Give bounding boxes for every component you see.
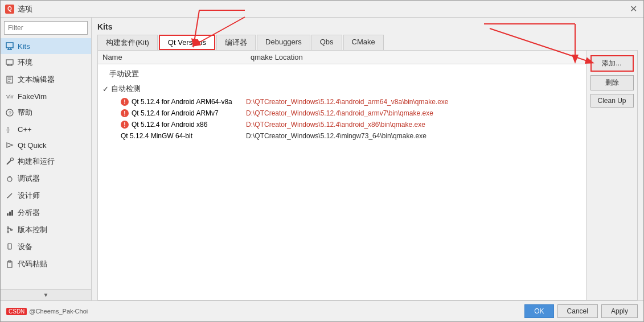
svg-text:?: ? xyxy=(9,110,11,116)
svg-rect-0 xyxy=(6,43,13,48)
sidebar-item-qt-quick[interactable]: Qt Quick xyxy=(1,137,91,153)
apply-button[interactable]: Apply xyxy=(601,304,638,318)
main-panel: Kits 构建套件(Kit) Qt Versions 编译器 Debuggers xyxy=(92,18,643,300)
title-bar-left: Q 选项 xyxy=(5,4,32,14)
close-button[interactable]: ✕ xyxy=(627,3,639,15)
svg-rect-25 xyxy=(9,212,11,216)
sidebar-item-fakevim-label: FakeVim xyxy=(18,92,47,101)
col-name-header: Name xyxy=(102,53,251,61)
sidebar-item-text-editor[interactable]: 文本编辑器 xyxy=(1,71,91,88)
pen-icon xyxy=(5,191,14,200)
branch-icon xyxy=(5,225,14,234)
svg-text:Vim: Vim xyxy=(6,94,14,100)
col-qmake-header: qmake Location xyxy=(251,53,581,61)
sidebar-item-vcs[interactable]: 版本控制 xyxy=(1,221,91,238)
row-name-2: ! Qt 5.12.4 for Android x86 xyxy=(121,121,246,129)
remove-button[interactable]: 删除 xyxy=(590,75,634,90)
auto-detect-section: ✓ 自动检测 xyxy=(98,81,586,96)
sidebar-scroll-down[interactable]: ▼ xyxy=(1,289,91,300)
error-icon-2: ! xyxy=(121,121,129,129)
svg-rect-4 xyxy=(6,60,13,64)
table-row[interactable]: ! Qt 5.12.4 for Android ARMv7 D:\QTCreat… xyxy=(98,108,586,119)
chart-icon xyxy=(5,208,14,217)
sidebar-item-code-snippet-label: 代码粘贴 xyxy=(18,259,47,269)
table-row[interactable]: ! Qt 5.12.4 for Android x86 D:\QTCreator… xyxy=(98,119,586,130)
row-path-2: D:\QTCreator_Windows\5.12.4\android_x86\… xyxy=(246,121,581,129)
tab-compilers[interactable]: 编译器 xyxy=(216,35,256,50)
question-icon: ? xyxy=(5,108,14,117)
row-path-0: D:\QTCreator_Windows\5.12.4\android_arm6… xyxy=(246,98,581,106)
sidebar-item-fakevim[interactable]: Vim FakeVim xyxy=(1,88,91,104)
right-action-panel: 添加... 删除 Clean Up xyxy=(586,51,637,300)
paste-icon xyxy=(5,259,14,269)
tab-kit[interactable]: 构建套件(Kit) xyxy=(97,35,158,50)
svg-marker-16 xyxy=(7,143,13,147)
tab-qbs[interactable]: Qbs xyxy=(311,35,342,50)
vim-icon: Vim xyxy=(5,92,14,101)
sidebar-item-debugger[interactable]: 调试器 xyxy=(1,170,91,187)
sidebar-item-env[interactable]: 环境 xyxy=(1,54,91,71)
bottom-right: OK Cancel Apply xyxy=(524,304,638,318)
svg-rect-24 xyxy=(7,213,9,216)
csdn-badge: CSDN xyxy=(6,308,27,315)
sidebar-item-help[interactable]: ? 帮助 xyxy=(1,104,91,121)
window-title: 选项 xyxy=(18,4,32,14)
panel-title: Kits xyxy=(97,22,638,31)
sidebar-item-devices[interactable]: 设备 xyxy=(1,238,91,255)
sidebar-item-designer-label: 设计师 xyxy=(18,191,40,201)
arrow-icon xyxy=(5,141,14,150)
table-row[interactable]: ! Qt 5.12.4 for Android ARM64-v8a D:\QTC… xyxy=(98,96,586,108)
title-bar: Q 选项 ✕ xyxy=(1,1,643,18)
row-name-1: ! Qt 5.12.4 for Android ARMv7 xyxy=(121,109,246,117)
sidebar-item-kits-label: Kits xyxy=(18,42,30,51)
tabs-bar: 构建套件(Kit) Qt Versions 编译器 Debuggers Qbs xyxy=(97,35,638,51)
svg-line-22 xyxy=(7,193,12,198)
monitor-icon xyxy=(5,42,14,51)
tab-qt-versions[interactable]: Qt Versions xyxy=(159,35,215,50)
content-area: Kits 环境 文本编辑器 xyxy=(1,18,643,300)
tab-debuggers[interactable]: Debuggers xyxy=(257,35,310,50)
sidebar-item-text-editor-label: 文本编辑器 xyxy=(18,75,55,85)
sidebar-item-cpp[interactable]: {} C++ xyxy=(1,121,91,137)
bug-icon xyxy=(5,174,14,183)
sidebar-item-build-run-label: 构建和运行 xyxy=(18,156,55,167)
bottom-left: CSDN @Cheems_Pak·Choi xyxy=(6,308,88,315)
sidebar-item-qt-quick-label: Qt Quick xyxy=(18,141,47,150)
sidebar-item-help-label: 帮助 xyxy=(18,108,32,118)
bottom-bar: CSDN @Cheems_Pak·Choi OK Cancel Apply xyxy=(1,300,643,321)
svg-rect-26 xyxy=(11,210,13,216)
wrench-icon xyxy=(5,157,14,166)
sidebar-item-vcs-label: 版本控制 xyxy=(18,225,47,235)
cancel-button[interactable]: Cancel xyxy=(557,304,598,318)
braces-icon: {} xyxy=(5,125,14,134)
sidebar-item-analyzer[interactable]: 分析器 xyxy=(1,204,91,221)
error-icon-0: ! xyxy=(121,98,129,106)
sidebar-item-designer[interactable]: 设计师 xyxy=(1,187,91,204)
app-icon: Q xyxy=(5,5,14,14)
row-path-1: D:\QTCreator_Windows\5.12.4\android_armv… xyxy=(246,109,581,117)
sidebar-item-env-label: 环境 xyxy=(18,57,32,68)
sidebar-item-analyzer-label: 分析器 xyxy=(18,208,40,218)
sidebar-item-devices-label: 设备 xyxy=(18,242,32,252)
sidebar-item-kits[interactable]: Kits xyxy=(1,38,91,54)
table-row[interactable]: Qt 5.12.4 MinGW 64-bit D:\QTCreator_Wind… xyxy=(98,130,586,142)
filter-input[interactable] xyxy=(4,21,88,35)
tab-cmake[interactable]: CMake xyxy=(343,35,384,50)
main-window: Q 选项 ✕ Kits xyxy=(0,0,644,322)
error-icon-1: ! xyxy=(121,109,129,117)
svg-point-19 xyxy=(7,177,12,181)
table-body: 手动设置 ✓ 自动检测 ! Qt 5.12.4 for Android ARM6… xyxy=(98,64,586,144)
qt-versions-table: Name qmake Location 手动设置 ✓ 自动检测 ! xyxy=(98,51,586,300)
device-icon xyxy=(5,242,14,251)
ok-button[interactable]: OK xyxy=(524,304,553,318)
clean-up-button[interactable]: Clean Up xyxy=(590,94,634,108)
scroll-down-icon: ▼ xyxy=(43,292,49,298)
sidebar: Kits 环境 文本编辑器 xyxy=(1,18,92,300)
tab-content: Name qmake Location 手动设置 ✓ 自动检测 ! xyxy=(97,51,638,300)
table-header: Name qmake Location xyxy=(98,51,586,64)
chevron-down-icon: ✓ xyxy=(102,85,109,93)
sidebar-item-code-snippet[interactable]: 代码粘贴 xyxy=(1,255,91,273)
sidebar-item-cpp-label: C++ xyxy=(18,125,32,134)
sidebar-item-build-run[interactable]: 构建和运行 xyxy=(1,153,91,170)
add-button[interactable]: 添加... xyxy=(590,55,634,72)
